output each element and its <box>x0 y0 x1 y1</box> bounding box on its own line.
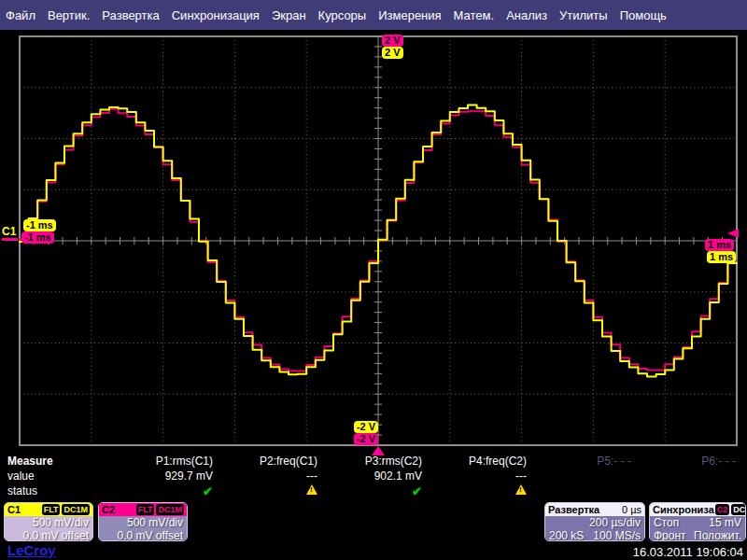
trigger-slope-label: Фронт <box>654 529 686 541</box>
c1-offset: 0.0 mV offset <box>5 529 92 541</box>
trigger-source-badge: C2 <box>715 504 730 515</box>
measure-status-row-label: status <box>7 484 110 500</box>
timebase-samples: 200 kS <box>549 529 584 541</box>
c1-label: C1 <box>7 504 21 515</box>
measure-p1-value: 929.7 mV <box>110 469 215 484</box>
measure-value-row-label: value <box>7 469 110 484</box>
c2-top-range-chip: 2 V <box>382 35 403 47</box>
measure-p3-label[interactable]: P3:rms(C2) <box>319 455 424 469</box>
c2-label: C2 <box>102 504 115 515</box>
trigger-time-marker-icon[interactable] <box>372 446 385 455</box>
channel-c1-descriptor[interactable]: C1 FLT DC1M 500 mV/div 0.0 mV offset <box>4 502 93 541</box>
measure-p4-label[interactable]: P4:freq(C2) <box>424 455 529 469</box>
measure-p5-status-icon <box>529 484 633 500</box>
trigger-mode: Стоп <box>654 516 679 529</box>
trigger-title: Синхрониза <box>653 504 714 515</box>
measure-p5-value <box>529 469 633 484</box>
channel-c2-descriptor[interactable]: C2 FLT DC1M 500 mV/div 0.0 mV offset <box>98 502 188 541</box>
measure-title: Measure <box>7 455 110 469</box>
c2-left-time-chip: -1 ms <box>21 231 54 244</box>
datetime-display: 16.03.2011 19:06:04 <box>633 545 743 559</box>
measure-p3-status-icon: ✔ <box>319 484 424 500</box>
measure-p1-label[interactable]: P1:rms(C1) <box>110 455 215 469</box>
timebase-title: Развертка <box>548 504 599 515</box>
timebase-sample-rate: 100 MS/s <box>593 529 641 541</box>
c1-left-time-chip: -1 ms <box>23 219 56 231</box>
measure-p1-status-icon: ✔ <box>110 484 215 500</box>
measure-p4-status-icon <box>424 484 529 500</box>
c1-filter-badge: FLT <box>42 504 61 515</box>
c2-zero-level-marker[interactable] <box>2 238 18 241</box>
measure-p3-value: 902.1 mV <box>319 469 424 484</box>
lecroy-logo: LeCroy <box>7 542 56 558</box>
measure-p6-value <box>633 469 738 484</box>
measure-p2-label[interactable]: P2:freq(C1) <box>215 455 319 469</box>
c1-coupling-badge: DC1M <box>62 504 90 515</box>
waveform-plot <box>0 0 747 457</box>
c2-right-time-chip: 1 ms <box>705 239 734 251</box>
c1-top-range-chip: 2 V <box>382 47 403 59</box>
c2-offset: 0.0 mV offset <box>99 529 187 541</box>
c1-right-time-chip: 1 ms <box>707 251 736 263</box>
c1-zero-level-marker[interactable]: C1 <box>2 225 16 238</box>
trigger-coupling-badge: DC <box>731 504 746 515</box>
trigger-level-marker-icon[interactable] <box>727 229 739 238</box>
c2-bottom-range-chip: -2 V <box>354 433 378 445</box>
timebase-descriptor[interactable]: Развертка 0 µs 200 µs/div 200 kS 100 MS/… <box>544 502 645 541</box>
measure-p2-value: --- <box>215 469 319 484</box>
trigger-descriptor[interactable]: Синхрониза C2 DC Стоп 15 mV Фронт Положи… <box>649 502 746 541</box>
measure-p6-status-icon <box>633 484 738 500</box>
c2-scale: 500 mV/div <box>99 516 187 529</box>
trigger-level: 15 mV <box>709 516 741 529</box>
oscilloscope-screen: Файл Вертик. Развертка Синхронизация Экр… <box>0 0 747 560</box>
timebase-delay: 0 µs <box>622 504 641 515</box>
c2-coupling-badge: DC1M <box>156 504 184 515</box>
c1-bottom-range-chip: -2 V <box>354 421 378 433</box>
measure-p2-status-icon <box>215 484 319 500</box>
measure-p4-value: --- <box>424 469 529 484</box>
measure-p5-label[interactable]: P5:- - - <box>529 455 633 469</box>
measure-panel: Measure P1:rms(C1) P2:freq(C1) P3:rms(C2… <box>0 455 747 501</box>
c2-filter-badge: FLT <box>136 504 155 515</box>
measure-p6-label[interactable]: P6:- - - <box>633 455 738 469</box>
timebase-scale: 200 µs/div <box>545 516 644 529</box>
trigger-slope: Положит. <box>694 529 741 541</box>
c1-scale: 500 mV/div <box>5 516 92 529</box>
